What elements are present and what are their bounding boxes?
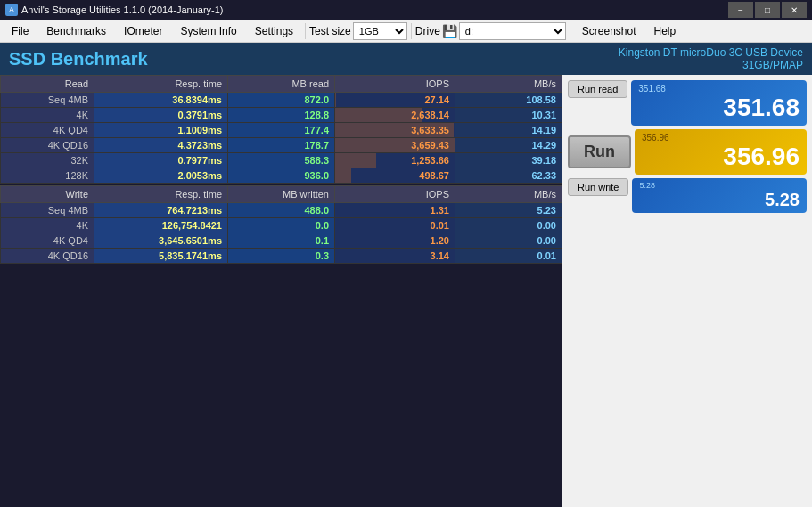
read-table: Read Resp. time MB read IOPS MB/s Seq 4M… [0, 75, 562, 184]
row-resp: 36.8394ms [94, 93, 228, 108]
main-content: Read Resp. time MB read IOPS MB/s Seq 4M… [0, 75, 812, 507]
menu-benchmarks[interactable]: Benchmarks [38, 22, 114, 40]
read-score-value: 351.68 [723, 94, 800, 122]
row-resp: 5,835.1741ms [94, 249, 228, 264]
row-mb: 0.1 [228, 233, 335, 249]
drive-select[interactable]: d: [459, 22, 566, 40]
row-mb: 178.7 [228, 138, 335, 153]
table-row: 128K 2.0053ms 936.0 498.67 62.33 [1, 168, 562, 184]
write-score-label: 5.28 [639, 181, 800, 190]
write-score-box: 5.28 5.28 [632, 178, 807, 213]
table-row: 4K QD16 4.3723ms 178.7 3,659.43 14.29 [1, 138, 562, 153]
row-label: 128K [1, 168, 94, 184]
close-button[interactable]: ✕ [782, 2, 807, 18]
row-label: 4K QD4 [1, 123, 94, 138]
col-iops: IOPS [335, 76, 455, 93]
write-table: Write Resp. time MB written IOPS MB/s Se… [0, 185, 562, 264]
table-row: 4K 126,754.8421 0.0 0.01 0.00 [1, 218, 562, 233]
row-resp: 0.3791ms [94, 108, 228, 123]
row-mbs: 0.00 [455, 218, 562, 233]
drive-icon: 💾 [442, 24, 457, 38]
separator-1 [305, 23, 306, 39]
col-mbs-w: MB/s [455, 186, 562, 203]
menu-screenshot[interactable]: Screenshot [574, 22, 644, 40]
row-iops: 2,638.14 [335, 108, 455, 123]
row-iops: 1.31 [335, 203, 455, 218]
row-resp: 764.7213ms [94, 203, 228, 218]
right-panel: Run read 351.68 351.68 Run 356.96 356.96… [562, 75, 812, 507]
col-resp: Resp. time [94, 76, 228, 93]
app-icon: A [5, 4, 18, 16]
table-row: Seq 4MB 764.7213ms 488.0 1.31 5.23 [1, 203, 562, 218]
row-mb: 936.0 [228, 168, 335, 184]
row-mb: 0.3 [228, 249, 335, 264]
total-score-label: 356.96 [642, 133, 800, 143]
row-iops: 0.01 [335, 218, 455, 233]
row-iops: 27.14 [335, 93, 455, 108]
row-mbs: 5.23 [455, 203, 562, 218]
read-score-row: Run read 351.68 351.68 [568, 80, 807, 126]
row-mbs: 62.33 [455, 168, 562, 184]
row-resp: 0.7977ms [94, 153, 228, 168]
menu-help[interactable]: Help [646, 22, 685, 40]
menu-iometer[interactable]: IOmeter [116, 22, 170, 40]
col-mb-written: MB written [228, 186, 335, 203]
row-iops: 3.14 [335, 249, 455, 264]
row-iops: 498.67 [335, 168, 455, 184]
col-mb-read: MB read [228, 76, 335, 93]
read-score-label: 351.68 [638, 84, 800, 94]
col-write: Write [1, 186, 94, 203]
header-device: Kingston DT microDuo 3C USB Device 31GB/… [619, 46, 803, 71]
row-label: 4K [1, 108, 94, 123]
window-controls[interactable]: − □ ✕ [728, 2, 807, 18]
table-row: 4K QD16 5,835.1741ms 0.3 3.14 0.01 [1, 249, 562, 264]
row-mb: 488.0 [228, 203, 335, 218]
table-row: 4K QD4 3,645.6501ms 0.1 1.20 0.00 [1, 233, 562, 249]
test-size-select[interactable]: 1GB 512MB 256MB [353, 22, 407, 40]
table-row: 32K 0.7977ms 588.3 1,253.66 39.18 [1, 153, 562, 168]
row-label: 4K [1, 218, 94, 233]
write-score-row: Run write 5.28 5.28 [568, 178, 807, 213]
total-score-box: 356.96 356.96 [635, 129, 807, 175]
title-bar-text: Anvil's Storage Utilities 1.1.0 (2014-Ja… [21, 4, 223, 15]
run-button[interactable]: Run [568, 135, 631, 168]
row-label: Seq 4MB [1, 93, 94, 108]
row-iops: 1.20 [335, 233, 455, 249]
row-mb: 0.0 [228, 218, 335, 233]
row-label: 4K QD16 [1, 138, 94, 153]
row-mbs: 10.31 [455, 108, 562, 123]
table-row: 4K QD4 1.1009ms 177.4 3,633.35 14.19 [1, 123, 562, 138]
col-iops-w: IOPS [335, 186, 455, 203]
col-resp-w: Resp. time [94, 186, 228, 203]
row-mb: 177.4 [228, 123, 335, 138]
row-mbs: 14.29 [455, 138, 562, 153]
row-mb: 588.3 [228, 153, 335, 168]
table-row: Seq 4MB 36.8394ms 872.0 27.14 108.58 [1, 93, 562, 108]
row-iops: 1,253.66 [335, 153, 455, 168]
row-iops: 3,659.43 [335, 138, 455, 153]
maximize-button[interactable]: □ [755, 2, 780, 18]
row-mb: 872.0 [228, 93, 335, 108]
run-score-row: Run 356.96 356.96 [568, 129, 807, 175]
minimize-button[interactable]: − [728, 2, 753, 18]
run-read-button[interactable]: Run read [568, 80, 627, 98]
run-write-button[interactable]: Run write [568, 178, 628, 196]
row-label: Seq 4MB [1, 203, 94, 218]
menu-systeminfo[interactable]: System Info [172, 22, 244, 40]
row-resp: 1.1009ms [94, 123, 228, 138]
row-label: 32K [1, 153, 94, 168]
row-mbs: 108.58 [455, 93, 562, 108]
menu-file[interactable]: File [4, 22, 37, 40]
row-resp: 3,645.6501ms [94, 233, 228, 249]
row-label: 4K QD4 [1, 233, 94, 249]
test-size-label: Test size [309, 25, 351, 37]
table-area: Read Resp. time MB read IOPS MB/s Seq 4M… [0, 75, 562, 507]
row-iops: 3,633.35 [335, 123, 455, 138]
drive-label: Drive [415, 25, 440, 37]
row-resp: 2.0053ms [94, 168, 228, 184]
menu-bar: File Benchmarks IOmeter System Info Sett… [0, 20, 812, 43]
menu-settings[interactable]: Settings [247, 22, 301, 40]
row-mbs: 0.01 [455, 249, 562, 264]
row-mbs: 0.00 [455, 233, 562, 249]
table-row: 4K 0.3791ms 128.8 2,638.14 10.31 [1, 108, 562, 123]
